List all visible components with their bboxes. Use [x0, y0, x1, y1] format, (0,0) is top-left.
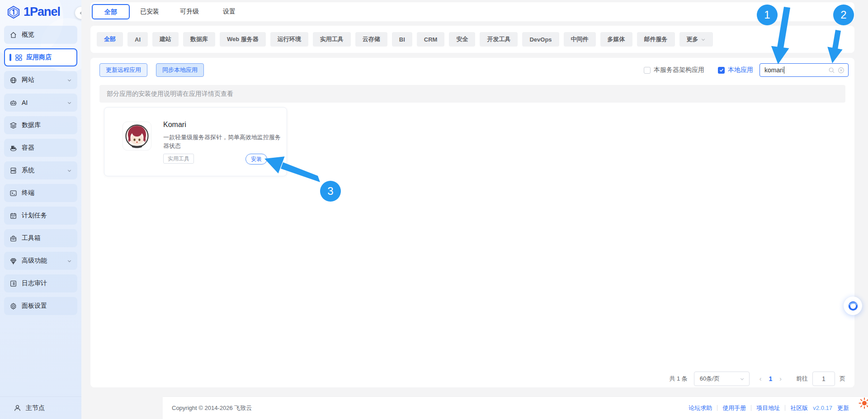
- category-chip-crm[interactable]: CRM: [417, 32, 445, 47]
- sidebar-item-label: 应用商店: [26, 53, 52, 61]
- search-input[interactable]: komari: [760, 63, 849, 77]
- category-chip-runtime[interactable]: 运行环境: [270, 32, 308, 47]
- text-cursor: [784, 66, 784, 74]
- appstore-grid-icon: [15, 54, 23, 61]
- sidebar-item-label: 高级功能: [22, 257, 47, 265]
- globe-icon: [9, 76, 17, 84]
- sidebar-item-website[interactable]: 网站: [4, 71, 77, 89]
- category-chip-database[interactable]: 数据库: [183, 32, 215, 47]
- tab-settings[interactable]: 设置: [209, 8, 249, 16]
- sidebar-item-system[interactable]: 系统: [4, 161, 77, 179]
- footer: Copyright © 2014-2026 飞致云 论坛求助 使用手册 项目地址…: [163, 396, 868, 419]
- page-size-select[interactable]: 60条/页: [694, 372, 750, 386]
- category-filter-bar: 全部 AI 建站 数据库 Web 服务器 运行环境 实用工具 云存储 BI CR…: [90, 26, 854, 53]
- sync-local-apps-button[interactable]: 同步本地应用: [156, 63, 204, 77]
- search-query-text: komari: [764, 66, 783, 74]
- log-list-icon: [9, 280, 17, 287]
- footer-edition[interactable]: 社区版: [790, 404, 808, 412]
- theme-sun-icon[interactable]: [858, 397, 868, 411]
- calendar-icon: [9, 212, 17, 220]
- chevron-down-icon: [67, 78, 72, 83]
- category-chip-security[interactable]: 安全: [449, 32, 475, 47]
- terminal-icon: [9, 189, 17, 197]
- sidebar-item-label: AI: [22, 99, 28, 106]
- next-page-button[interactable]: ›: [779, 375, 782, 382]
- checkbox-checked-icon: [718, 67, 725, 74]
- container-whale-icon: [9, 144, 17, 152]
- footer-link-manual[interactable]: 使用手册: [722, 404, 746, 412]
- sidebar-item-toolbox[interactable]: 工具箱: [4, 229, 77, 247]
- tab-installed[interactable]: 已安装: [130, 8, 170, 16]
- hexagon-logo-icon: [7, 5, 20, 19]
- home-icon: [9, 31, 17, 39]
- sidebar-menu: 概览 应用商店 网站 AI 数据库 容器 系统: [4, 26, 77, 320]
- sidebar-item-overview[interactable]: 概览: [4, 26, 77, 44]
- toolbox-icon: [9, 235, 17, 242]
- sidebar: 1Panel 概览 应用商店 网站 AI 数据库 容器: [0, 0, 81, 419]
- category-chip-cloudstorage[interactable]: 云存储: [355, 32, 387, 47]
- app-card-komari[interactable]: Komari 一款轻量级服务器探针，简单高效地监控服务器状态 实用工具 安装: [104, 107, 287, 176]
- footer-link-project[interactable]: 项目地址: [756, 404, 780, 412]
- sidebar-item-master-node[interactable]: 主节点: [0, 396, 81, 419]
- filter-controls: 本服务器架构应用 本地应用 komari: [644, 63, 849, 77]
- chevron-down-icon: [67, 259, 72, 264]
- category-chip-bi[interactable]: BI: [392, 32, 412, 47]
- chevron-down-icon: [701, 37, 706, 42]
- sidebar-item-label: 计划任务: [22, 212, 47, 220]
- footer-link-forum[interactable]: 论坛求助: [689, 404, 712, 412]
- sidebar-item-label: 系统: [22, 166, 34, 174]
- brand-name: 1Panel: [24, 5, 60, 19]
- category-chip-devops[interactable]: DevOps: [522, 32, 559, 47]
- sidebar-item-label: 主节点: [26, 404, 45, 412]
- sidebar-item-label: 终端: [22, 189, 34, 197]
- clear-search-icon[interactable]: [838, 67, 844, 74]
- sidebar-item-database[interactable]: 数据库: [4, 116, 77, 134]
- app-tag: 实用工具: [163, 154, 194, 164]
- category-chip-website[interactable]: 建站: [152, 32, 179, 47]
- category-chip-middleware[interactable]: 中间件: [564, 32, 596, 47]
- tab-upgradable[interactable]: 可升级: [170, 8, 209, 16]
- appstore-panel: 更新远程应用 同步本地应用 本服务器架构应用 本地应用 komari 部: [90, 58, 854, 387]
- assistant-float-button[interactable]: [844, 297, 862, 315]
- divider: [717, 405, 717, 411]
- chevron-left-icon: [79, 11, 82, 15]
- category-chip-mail[interactable]: 邮件服务: [637, 32, 675, 47]
- app-description: 一款轻量级服务器探针，简单高效地监控服务器状态: [163, 133, 281, 150]
- divider: [751, 405, 751, 411]
- brand-logo[interactable]: 1Panel: [7, 5, 60, 19]
- sidebar-item-container[interactable]: 容器: [4, 139, 77, 157]
- sidebar-item-terminal[interactable]: 终端: [4, 184, 77, 202]
- sidebar-item-advanced[interactable]: 高级功能: [4, 252, 77, 270]
- install-button[interactable]: 安装: [245, 154, 267, 165]
- category-chip-devtools[interactable]: 开发工具: [480, 32, 518, 47]
- category-chip-tools[interactable]: 实用工具: [313, 32, 351, 47]
- search-icon[interactable]: [828, 67, 835, 74]
- local-apps-checkbox[interactable]: 本地应用: [718, 66, 753, 74]
- sidebar-item-ai[interactable]: AI: [4, 94, 77, 112]
- category-chip-all[interactable]: 全部: [97, 32, 123, 47]
- copyright-text: Copyright © 2014-2026 飞致云: [172, 397, 252, 419]
- sidebar-item-logs[interactable]: 日志审计: [4, 274, 77, 292]
- category-chip-webserver[interactable]: Web 服务器: [220, 32, 266, 47]
- category-chip-ai[interactable]: AI: [127, 32, 148, 47]
- category-chip-more[interactable]: 更多: [679, 32, 713, 47]
- info-banner: 部分应用的安装使用说明请在应用详情页查看: [99, 85, 845, 103]
- tab-all[interactable]: 全部: [92, 4, 130, 19]
- server-arch-checkbox[interactable]: 本服务器架构应用: [644, 66, 704, 74]
- prev-page-button[interactable]: ‹: [760, 375, 762, 382]
- main-content: 全部 已安装 可升级 设置 全部 AI 建站 数据库 Web 服务器 运行环境 …: [81, 0, 868, 419]
- sidebar-collapse-button[interactable]: [75, 7, 81, 19]
- sidebar-item-cron[interactable]: 计划任务: [4, 207, 77, 225]
- goto-page-input[interactable]: 1: [812, 372, 835, 386]
- pagination-total: 共 1 条: [669, 375, 687, 383]
- footer-version[interactable]: v2.0.17: [813, 405, 832, 411]
- sidebar-item-label: 数据库: [22, 121, 41, 129]
- current-page[interactable]: 1: [769, 375, 773, 382]
- category-chip-multimedia[interactable]: 多媒体: [600, 32, 632, 47]
- checkbox-label: 本地应用: [728, 66, 753, 74]
- user-icon: [14, 404, 21, 412]
- footer-update-link[interactable]: 更新: [837, 404, 849, 412]
- update-remote-apps-button[interactable]: 更新远程应用: [99, 63, 147, 77]
- sidebar-item-appstore[interactable]: 应用商店: [4, 48, 77, 66]
- sidebar-item-settings[interactable]: 面板设置: [4, 297, 77, 315]
